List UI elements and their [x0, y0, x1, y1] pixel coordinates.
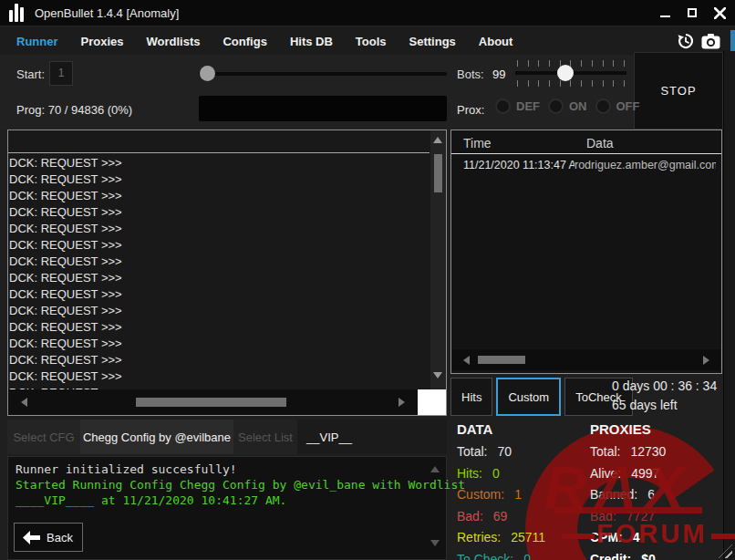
radio-label: OFF	[616, 99, 640, 113]
scroll-right-icon[interactable]	[703, 356, 709, 365]
stat-label: Total:	[457, 444, 487, 459]
bots-label: Bots:	[457, 67, 484, 81]
proxy-mode-radio[interactable]: OFF	[595, 99, 640, 114]
menu-item[interactable]: Wordlists	[146, 35, 200, 48]
right-edge-strip	[723, 50, 735, 560]
bots-slider-ticks	[517, 60, 625, 67]
scroll-down-icon[interactable]	[433, 372, 442, 379]
proxy-mode-label: Prox:	[457, 103, 484, 117]
scroll-down-icon[interactable]	[430, 540, 440, 546]
scrollbar-thumb[interactable]	[136, 398, 286, 407]
radio-label: DEF	[516, 99, 540, 113]
openbullet-logo-icon	[9, 4, 24, 22]
log-line: DCK: REQUEST >>>	[9, 188, 414, 204]
timer-block: 0 days 00 : 36 : 34 65 days left	[612, 379, 732, 412]
log-line: DCK: REQUEST >>>	[9, 336, 414, 352]
menu-item[interactable]: Runner	[16, 35, 58, 48]
log-line: DCK: REQUEST >>>	[9, 270, 414, 286]
menu-bar: RunnerProxiesWordlistsConfigsHits DBTool…	[0, 26, 735, 55]
log-line: DCK: REQUEST >>>	[9, 155, 414, 171]
horizontal-scrollbar[interactable]	[452, 349, 720, 370]
column-header-data[interactable]: Data	[586, 136, 614, 150]
log-line: DCK: REQUEST >>>	[9, 352, 414, 368]
stat-value: 70	[497, 444, 512, 459]
results-panel: Time Data 11/21/2020 11:13:47 AM rodrigu…	[450, 130, 722, 374]
stat-row: Hits:0	[457, 463, 545, 485]
radio-icon	[548, 99, 564, 114]
select-cfg-button[interactable]: Select CFG	[7, 420, 80, 454]
crax-watermark-forum: FORUM	[596, 519, 707, 549]
stat-value: 25711	[511, 530, 545, 544]
scroll-up-icon[interactable]	[430, 466, 440, 472]
history-button[interactable]	[677, 33, 694, 49]
results-tab[interactable]: Hits	[450, 378, 492, 416]
menu-item[interactable]: About	[479, 35, 513, 48]
menu-item[interactable]: Proxies	[81, 35, 124, 48]
maximize-button[interactable]	[686, 6, 699, 19]
vertical-scrollbar[interactable]	[430, 130, 446, 389]
menu-item[interactable]: Hits DB	[290, 35, 333, 48]
minimize-button[interactable]	[658, 6, 671, 19]
crax-watermark-strike	[554, 507, 702, 513]
scroll-left-icon[interactable]	[21, 398, 27, 407]
wordlist-name: __VIP__	[297, 420, 352, 454]
scroll-up-icon[interactable]	[433, 137, 442, 143]
bots-slider-ticks	[517, 80, 625, 87]
select-list-button[interactable]: Select List	[233, 420, 297, 454]
proxy-mode-radio[interactable]: ON	[548, 99, 587, 114]
progress-label: Prog: 70 / 94836 (0%)	[16, 103, 132, 117]
close-icon	[714, 7, 726, 19]
column-header-time[interactable]: Time	[463, 136, 492, 150]
stat-label: Custom:	[457, 487, 504, 502]
minimize-icon	[660, 16, 670, 17]
days-left: 65 days left	[612, 398, 732, 412]
log-line: DCK: REQUEST >>>	[9, 204, 414, 221]
log-line: DCK: REQUEST >>>	[9, 303, 414, 319]
stop-button[interactable]: STOP	[634, 52, 723, 130]
title-bar: OpenBullet 1.4.4 [Anomaly]	[0, 0, 735, 26]
scrollbar-thumb[interactable]	[434, 154, 442, 192]
horizontal-scrollbar[interactable]	[8, 389, 418, 415]
menu-item[interactable]: Tools	[356, 35, 387, 48]
runner-log-line: Runner initialized succesfully!	[16, 461, 426, 477]
bots-slider-thumb[interactable]	[557, 65, 574, 81]
openbullet-window: OpenBullet 1.4.4 [Anomaly] RunnerProxies…	[0, 0, 735, 560]
window-title: OpenBullet 1.4.4 [Anomaly]	[35, 6, 179, 20]
proxy-mode-radio[interactable]: DEF	[495, 99, 540, 114]
stat-row: Credit:$0	[590, 549, 666, 560]
log-line: DCK: REQUEST >>>	[9, 237, 414, 254]
log-line: DCK: REQUEST >>>	[9, 368, 414, 385]
elapsed-timer: 0 days 00 : 36 : 34	[612, 379, 732, 393]
bots-value: 99	[492, 67, 505, 81]
start-slider-thumb[interactable]	[200, 66, 215, 81]
camera-icon	[701, 34, 720, 49]
stat-label: Retries:	[457, 530, 501, 544]
stat-row: Retries:25711	[457, 527, 545, 549]
scroll-left-icon[interactable]	[463, 356, 470, 365]
results-tab[interactable]: Custom	[496, 378, 561, 416]
runner-log-line: ____VIP____ at 11/21/2020 10:41:27 AM.	[16, 493, 426, 508]
start-input[interactable]: 1	[49, 61, 73, 86]
scroll-right-icon[interactable]	[399, 398, 405, 407]
table-row[interactable]: 11/21/2020 11:13:47 AM rodriguez.amber@g…	[451, 157, 716, 173]
config-name: Chegg Config by @evilbane	[80, 420, 233, 454]
runner-log-panel: Runner initialized succesfully!Started R…	[7, 456, 447, 560]
close-button[interactable]	[713, 6, 726, 19]
menu-item[interactable]: Settings	[409, 35, 456, 48]
config-bar: Select CFG Chegg Config by @evilbane Sel…	[7, 420, 447, 454]
stat-label: Bad:	[457, 509, 483, 524]
radio-icon	[495, 99, 511, 114]
stat-value: $0	[641, 552, 656, 560]
history-clock-icon	[677, 33, 694, 49]
row-data: rodriguez.amber@gmail.com	[575, 159, 716, 171]
screenshot-button[interactable]	[701, 34, 720, 49]
stat-label: Hits:	[457, 466, 482, 481]
menu-item[interactable]: Configs	[223, 35, 266, 48]
scrollbar-thumb[interactable]	[478, 356, 525, 364]
start-slider[interactable]	[199, 72, 447, 76]
radio-label: ON	[569, 99, 587, 113]
radio-icon	[595, 99, 611, 114]
back-button[interactable]: Back	[14, 523, 83, 552]
maximize-icon	[688, 8, 697, 17]
results-header: Time Data	[451, 133, 721, 154]
